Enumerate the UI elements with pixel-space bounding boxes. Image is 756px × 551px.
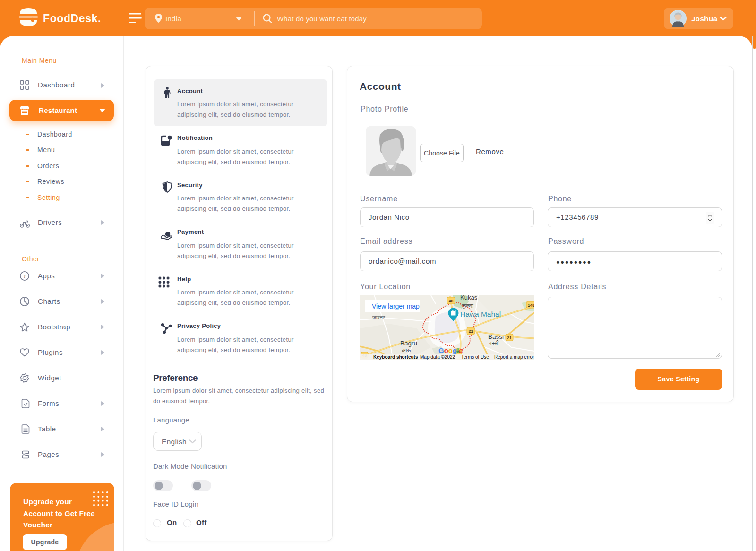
svg-text:बस्सी: बस्सी bbox=[489, 340, 499, 346]
svg-text:148: 148 bbox=[528, 303, 534, 308]
svg-text:Report a map error: Report a map error bbox=[494, 354, 534, 360]
svg-text:48: 48 bbox=[449, 299, 454, 303]
svg-text:Map data ©2022: Map data ©2022 bbox=[420, 354, 455, 360]
svg-text:Keyboard shortcuts: Keyboard shortcuts bbox=[373, 354, 418, 360]
svg-text:बगरू: बगरू bbox=[401, 347, 411, 353]
svg-text:View larger map: View larger map bbox=[372, 302, 420, 310]
svg-text:21: 21 bbox=[469, 329, 473, 334]
svg-text:Bassi: Bassi bbox=[488, 333, 504, 340]
svg-text:Kukas: Kukas bbox=[460, 295, 478, 301]
svg-text:Google: Google bbox=[438, 346, 463, 354]
svg-text:Hawa Mahal: Hawa Mahal bbox=[460, 310, 501, 318]
svg-text:Terms of Use: Terms of Use bbox=[461, 354, 489, 360]
svg-text:Bagru: Bagru bbox=[400, 340, 417, 347]
svg-text:21: 21 bbox=[507, 336, 512, 340]
svg-text:i: i bbox=[24, 273, 26, 280]
svg-text:जाबनर: जाबनर bbox=[372, 315, 385, 320]
svg-text:कुकस: कुकस bbox=[462, 303, 473, 309]
